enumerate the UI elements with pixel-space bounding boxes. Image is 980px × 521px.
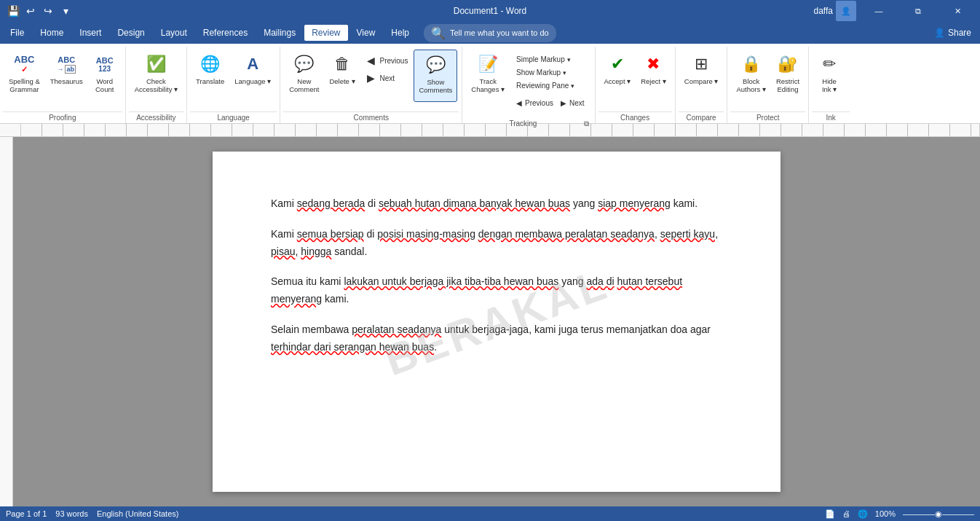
menu-view[interactable]: View — [349, 25, 383, 41]
ribbon-group-compare: ⊞ Compare ▾ Compare — [676, 47, 728, 123]
proofing-buttons: ABC ✓ Spelling &Grammar ABC →ab Thesauru… — [3, 47, 122, 111]
restrict-editing-button[interactable]: 🔐 RestrictEditing — [772, 50, 804, 102]
next-comment-button[interactable]: ▶ Next — [363, 70, 411, 86]
status-bar: Page 1 of 1 93 words English (United Sta… — [0, 506, 980, 521]
ribbon-group-changes: ✔ Accept ▾ ✖ Reject ▾ Changes — [596, 47, 676, 123]
compare-button[interactable]: ⊞ Compare ▾ — [680, 50, 723, 102]
underlined-text: sedang berada — [297, 197, 365, 209]
undo-button[interactable]: ↩ — [23, 4, 38, 18]
underlined-text: siap menyerang — [598, 197, 671, 209]
block-authors-button[interactable]: 🔒 BlockAuthors ▾ — [732, 50, 770, 102]
ribbon: ABC ✓ Spelling &Grammar ABC →ab Thesauru… — [0, 44, 980, 124]
menu-mailings[interactable]: Mailings — [256, 25, 303, 41]
zoom-level: 100% — [875, 509, 896, 518]
menu-references[interactable]: References — [196, 25, 255, 41]
reviewing-pane-button[interactable]: Reviewing Pane ▾ — [513, 80, 587, 91]
spelling-grammar-button[interactable]: ABC ✓ Spelling &Grammar — [4, 50, 44, 102]
restore-button[interactable]: ⧉ — [901, 0, 935, 22]
reject-button[interactable]: ✖ Reject ▾ — [636, 50, 671, 102]
search-label: Tell me what you want to do — [450, 28, 549, 37]
document-canvas[interactable]: BERAKAL Kami sedang berada di sebuah hut… — [13, 137, 980, 506]
underlined-text: hutan tersebut — [617, 275, 683, 287]
menu-layout[interactable]: Layout — [154, 25, 194, 41]
ribbon-group-accessibility: ✅ CheckAccessibility ▾ Accessibility — [126, 47, 187, 123]
delete-comment-button[interactable]: 🗑 Delete ▾ — [325, 50, 359, 102]
ribbon-group-protect: 🔒 BlockAuthors ▾ 🔐 RestrictEditing Prote… — [727, 47, 809, 123]
check-accessibility-button[interactable]: ✅ CheckAccessibility ▾ — [130, 50, 182, 102]
search-bar[interactable]: 🔍 Tell me what you want to do — [424, 24, 556, 42]
language-icon: A — [241, 52, 264, 76]
share-button[interactable]: 👤 Share — [928, 25, 977, 41]
show-comments-button[interactable]: 💬 ShowComments — [414, 50, 457, 102]
new-comment-label: NewComment — [289, 77, 319, 94]
protect-group-label: Protect — [730, 111, 805, 123]
hide-ink-label: HideInk ▾ — [822, 77, 837, 94]
previous-comment-button[interactable]: ◀ Previous — [363, 52, 411, 68]
accept-button[interactable]: ✔ Accept ▾ — [600, 50, 636, 102]
language-group-label: Language — [190, 111, 277, 123]
page-indicator: Page 1 of 1 — [6, 509, 47, 518]
ribbon-group-tracking: 📝 TrackChanges ▾ Simple Markup ▾ Show Ma… — [462, 47, 595, 123]
compare-buttons: ⊞ Compare ▾ — [679, 47, 724, 111]
menu-home[interactable]: Home — [33, 25, 71, 41]
simple-markup-button[interactable]: Simple Markup ▾ — [513, 54, 587, 65]
show-markup-arrow: ▾ — [563, 69, 566, 77]
language-button[interactable]: A Language ▾ — [230, 50, 275, 102]
ink-buttons: ✏ HideInk ▾ — [812, 47, 850, 111]
zoom-slider[interactable]: ————◉———— — [903, 509, 974, 519]
track-changes-label: TrackChanges ▾ — [471, 77, 505, 94]
underlined-text: terhindar dari serangan hewan buas — [271, 341, 434, 353]
qat-dropdown-button[interactable]: ▾ — [58, 4, 73, 18]
changes-group-label: Changes — [598, 111, 672, 123]
minimize-button[interactable]: — — [862, 0, 896, 22]
translate-label: Translate — [196, 77, 224, 85]
compare-icon: ⊞ — [689, 52, 713, 76]
search-icon: 🔍 — [431, 26, 446, 40]
new-comment-button[interactable]: 💬 NewComment — [285, 50, 323, 102]
view-mode-print[interactable]: 🖨 — [842, 509, 850, 518]
menu-review[interactable]: Review — [304, 25, 347, 41]
tracking-buttons: 📝 TrackChanges ▾ Simple Markup ▾ Show Ma… — [465, 47, 591, 118]
next-tracking-button[interactable]: ▶ Next — [558, 95, 588, 111]
word-count-button[interactable]: ABC 123 WordCount — [89, 50, 121, 102]
main-area: BERAKAL Kami sedang berada di sebuah hut… — [0, 137, 980, 506]
show-markup-button[interactable]: Show Markup ▾ — [513, 67, 587, 78]
menu-help[interactable]: Help — [384, 25, 416, 41]
quick-access-toolbar: 💾 ↩ ↪ ▾ — [6, 4, 73, 18]
comments-nav: ◀ Previous ▶ Next — [361, 50, 413, 89]
underlined-text: posisi masing-masing — [377, 228, 475, 240]
paragraph-3: Semua itu kami lakukan untuk berjaga jik… — [271, 273, 722, 308]
view-mode-read[interactable]: 📄 — [825, 509, 835, 519]
language-label: Language ▾ — [234, 77, 271, 85]
ribbon-group-proofing: ABC ✓ Spelling &Grammar ABC →ab Thesauru… — [0, 47, 126, 123]
view-mode-web[interactable]: 🌐 — [858, 509, 868, 519]
menu-design[interactable]: Design — [110, 25, 151, 41]
previous-tracking-button[interactable]: ◀ Previous — [513, 95, 556, 111]
next-comment-icon: ▶ — [365, 72, 377, 84]
previous-comment-icon: ◀ — [365, 55, 377, 66]
translate-button[interactable]: 🌐 Translate — [191, 50, 229, 102]
delete-comment-icon: 🗑 — [331, 52, 354, 76]
underlined-text: hingga — [301, 246, 331, 257]
underlined-text: peralatan seadanya — [352, 324, 441, 335]
menu-file[interactable]: File — [3, 25, 31, 41]
username-label: daffa — [814, 6, 833, 16]
document-title: Document1 - Word — [454, 6, 526, 16]
redo-button[interactable]: ↪ — [41, 4, 55, 18]
ruler-inner — [20, 124, 980, 136]
paragraph-4: Selain membawa peralatan seadanya untuk … — [271, 321, 722, 356]
thesaurus-button[interactable]: ABC →ab Thesaurus — [46, 50, 87, 102]
document-content[interactable]: Kami sedang berada di sebuah hutan diman… — [271, 195, 722, 356]
close-button[interactable]: ✕ — [941, 0, 974, 22]
proofing-group-label: Proofing — [3, 111, 122, 123]
title-bar: 💾 ↩ ↪ ▾ Document1 - Word daffa 👤 — ⧉ ✕ — [0, 0, 980, 22]
compare-group-label: Compare — [679, 111, 724, 123]
word-count-label: WordCount — [95, 77, 114, 94]
word-count-status: 93 words — [55, 509, 88, 518]
language-buttons: 🌐 Translate A Language ▾ — [190, 47, 277, 111]
save-button[interactable]: 💾 — [6, 4, 20, 18]
hide-ink-button[interactable]: ✏ HideInk ▾ — [813, 50, 845, 102]
track-changes-icon: 📝 — [476, 52, 499, 76]
menu-insert[interactable]: Insert — [72, 25, 108, 41]
track-changes-button[interactable]: 📝 TrackChanges ▾ — [467, 50, 509, 102]
